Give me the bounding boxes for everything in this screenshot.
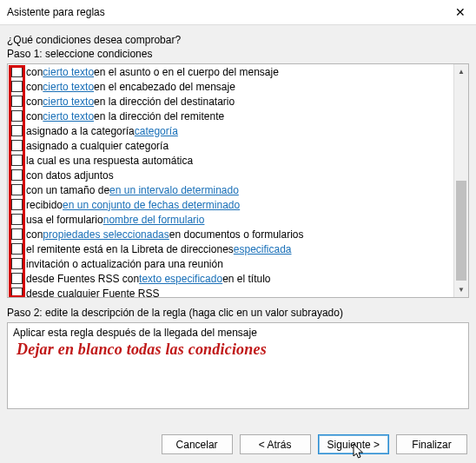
conditions-list-inner[interactable]: con cierto texto en el asunto o en el cu…	[8, 64, 453, 297]
condition-row[interactable]: usa el formulario nombre del formulario	[8, 212, 453, 227]
condition-text: con un tamaño de	[26, 184, 109, 196]
condition-text: la cual es una respuesta automática	[26, 155, 193, 167]
condition-row[interactable]: desde Fuentes RSS con texto especificado…	[8, 271, 453, 286]
cursor-icon	[353, 444, 365, 460]
condition-row[interactable]: invitación o actualización para una reun…	[8, 256, 453, 271]
condition-checkbox[interactable]	[11, 243, 23, 255]
conditions-listbox: con cierto texto en el asunto o en el cu…	[7, 63, 469, 298]
condition-checkbox[interactable]	[11, 155, 23, 166]
condition-link[interactable]: cierto texto	[43, 96, 94, 108]
scroll-thumb[interactable]	[456, 181, 466, 281]
condition-row[interactable]: asignado a la categoría categoría	[8, 123, 453, 138]
annotation-text: Dejar en blanco todas las condiciones	[17, 341, 267, 359]
scroll-track[interactable]	[454, 79, 468, 282]
condition-text: asignado a la categoría	[26, 125, 135, 137]
condition-text: usa el formulario	[26, 214, 103, 226]
condition-link[interactable]: en un conjunto de fechas determinado	[63, 199, 240, 211]
condition-text: con	[26, 81, 43, 93]
condition-row[interactable]: el remitente está en la Libreta de direc…	[8, 241, 453, 256]
condition-checkbox[interactable]	[11, 214, 23, 225]
condition-text: el remitente está en la Libreta de direc…	[26, 243, 234, 255]
condition-link[interactable]: en un intervalo determinado	[109, 184, 239, 196]
condition-text: asignado a cualquier categoría	[26, 140, 169, 152]
step1-instruction: Paso 1: seleccione condiciones	[7, 48, 469, 60]
condition-checkbox[interactable]	[11, 96, 23, 107]
condition-text: invitación o actualización para una reun…	[26, 258, 223, 270]
scrollbar[interactable]: ▲ ▼	[453, 64, 468, 297]
condition-checkbox[interactable]	[11, 81, 23, 92]
condition-link[interactable]: propiedades seleccionadas	[43, 228, 169, 241]
button-bar: Cancelar < Atrás Siguiente > Finalizar	[162, 434, 467, 454]
condition-link[interactable]: especificada	[234, 243, 292, 255]
cancel-button[interactable]: Cancelar	[162, 434, 233, 454]
condition-row[interactable]: con cierto texto en la dirección del des…	[8, 94, 453, 109]
condition-text: en el encabezado del mensaje	[94, 81, 235, 93]
condition-text: con	[26, 110, 43, 122]
condition-checkbox[interactable]	[11, 125, 23, 136]
condition-row[interactable]: con propiedades seleccionadas en documen…	[8, 227, 453, 241]
condition-row[interactable]: con un tamaño de en un intervalo determi…	[8, 182, 453, 197]
condition-link[interactable]: cierto texto	[43, 110, 94, 122]
scroll-up-icon[interactable]: ▲	[454, 64, 468, 79]
condition-checkbox[interactable]	[11, 184, 23, 195]
condition-row[interactable]: con cierto texto en la dirección del rem…	[8, 109, 453, 123]
condition-text: con	[26, 66, 43, 78]
condition-text: desde cualquier Fuente RSS	[26, 288, 159, 298]
condition-row[interactable]: con datos adjuntos	[8, 168, 453, 182]
window-title: Asistente para reglas	[7, 6, 105, 18]
condition-checkbox[interactable]	[11, 140, 23, 151]
condition-checkbox[interactable]	[11, 66, 23, 77]
condition-checkbox[interactable]	[11, 228, 23, 240]
condition-text: en documentos o formularios	[169, 228, 304, 241]
finish-button[interactable]: Finalizar	[396, 434, 467, 454]
step1-question: ¿Qué condiciones desea comprobar?	[7, 34, 469, 46]
step2-label: Paso 2: edite la descripción de la regla…	[7, 307, 469, 319]
condition-link[interactable]: categoría	[135, 125, 178, 137]
condition-link[interactable]: texto especificado	[139, 273, 222, 285]
condition-text: desde Fuentes RSS con	[26, 273, 139, 285]
condition-text: en la dirección del remitente	[94, 110, 224, 122]
condition-checkbox[interactable]	[11, 199, 23, 210]
dialog-content: ¿Qué condiciones desea comprobar? Paso 1…	[0, 25, 476, 416]
condition-text: en el asunto o en el cuerpo del mensaje	[94, 66, 279, 78]
condition-link[interactable]: cierto texto	[43, 81, 94, 93]
condition-text: con	[26, 228, 43, 241]
condition-row[interactable]: desde cualquier Fuente RSS	[8, 286, 453, 297]
scroll-down-icon[interactable]: ▼	[454, 282, 468, 297]
close-icon[interactable]: ✕	[452, 5, 469, 19]
condition-link[interactable]: nombre del formulario	[103, 214, 205, 226]
condition-checkbox[interactable]	[11, 110, 23, 122]
condition-link[interactable]: cierto texto	[43, 66, 94, 78]
condition-checkbox[interactable]	[11, 273, 23, 284]
back-button[interactable]: < Atrás	[240, 434, 311, 454]
condition-text: en la dirección del destinatario	[94, 96, 235, 108]
condition-row[interactable]: con cierto texto en el encabezado del me…	[8, 79, 453, 94]
condition-text: en el título	[222, 273, 270, 285]
condition-text: recibido	[26, 199, 63, 211]
rule-description-box[interactable]: Aplicar esta regla después de la llegada…	[7, 322, 469, 409]
condition-text: con datos adjuntos	[26, 169, 114, 182]
condition-row[interactable]: asignado a cualquier categoría	[8, 138, 453, 153]
condition-checkbox[interactable]	[11, 288, 23, 297]
titlebar: Asistente para reglas ✕	[0, 0, 476, 25]
rule-description-text: Aplicar esta regla después de la llegada…	[13, 327, 463, 339]
condition-row[interactable]: la cual es una respuesta automática	[8, 153, 453, 168]
condition-checkbox[interactable]	[11, 258, 23, 269]
condition-row[interactable]: con cierto texto en el asunto o en el cu…	[8, 64, 453, 79]
condition-row[interactable]: recibido en un conjunto de fechas determ…	[8, 197, 453, 212]
condition-checkbox[interactable]	[11, 169, 23, 181]
condition-text: con	[26, 96, 43, 108]
